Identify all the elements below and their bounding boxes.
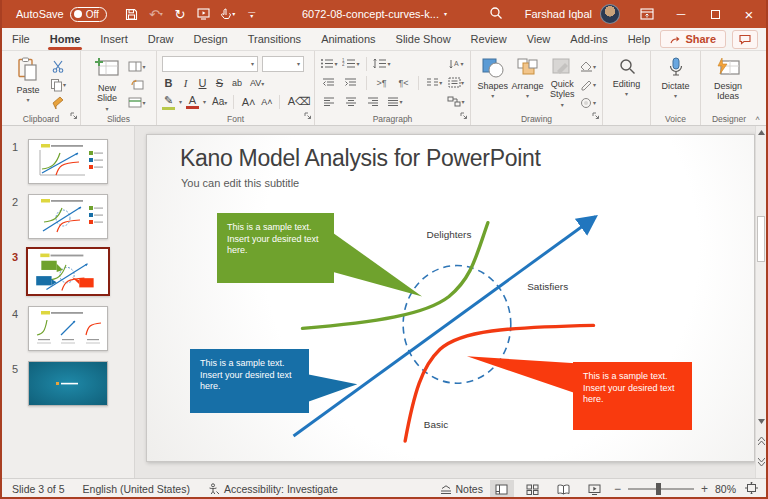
collapse-ribbon-icon[interactable]: ˄ xyxy=(755,114,760,123)
bold-button[interactable]: B xyxy=(162,77,175,89)
paragraph-dialog-launcher-icon[interactable] xyxy=(460,106,468,124)
delighters-label[interactable]: Delighters xyxy=(427,229,472,240)
shape-fill-icon[interactable]: ▾ xyxy=(579,59,597,74)
font-name-select[interactable]: ▾ xyxy=(162,56,258,72)
fit-slide-to-window-icon[interactable] xyxy=(745,482,758,496)
slideshow-view-button[interactable] xyxy=(583,480,607,499)
previous-slide-icon[interactable] xyxy=(758,431,765,449)
font-size-select[interactable]: ▾ xyxy=(262,56,304,72)
next-slide-icon[interactable] xyxy=(758,452,765,470)
tab-insert[interactable]: Insert xyxy=(90,28,138,50)
tab-home[interactable]: Home xyxy=(40,28,91,50)
text-direction-icon[interactable]: A▾ xyxy=(447,56,465,71)
numbering-icon[interactable]: 12▾ xyxy=(342,56,360,71)
text-shadow-button[interactable]: ab xyxy=(230,78,244,88)
tab-slide-show[interactable]: Slide Show xyxy=(386,28,461,50)
tab-animations[interactable]: Animations xyxy=(311,28,385,50)
red-callout[interactable]: This is a sample text. Insert your desir… xyxy=(573,362,692,430)
change-case-button[interactable]: Aa▾ xyxy=(210,96,227,107)
tab-design[interactable]: Design xyxy=(183,28,237,50)
green-callout[interactable]: This is a sample text. Insert your desir… xyxy=(217,213,334,283)
decrease-font-size-button[interactable]: A˄ xyxy=(259,97,273,107)
thumbnail-slide-2[interactable]: 2 xyxy=(2,194,134,239)
columns-icon[interactable]: ▾ xyxy=(425,75,443,90)
font-dialog-launcher-icon[interactable] xyxy=(304,106,312,124)
redo-icon[interactable]: ↻ xyxy=(169,4,191,24)
tab-transitions[interactable]: Transitions xyxy=(238,28,311,50)
underline-button[interactable]: U xyxy=(196,77,209,89)
zoom-in-button[interactable]: + xyxy=(701,482,708,496)
align-left-icon[interactable] xyxy=(320,94,338,109)
notes-button[interactable]: Notes xyxy=(440,483,483,495)
autosave-toggle[interactable]: Off xyxy=(70,7,107,22)
tab-draw[interactable]: Draw xyxy=(138,28,184,50)
new-slide-button[interactable]: New Slide ▾ xyxy=(86,55,128,112)
zoom-slider-thumb[interactable] xyxy=(656,483,661,495)
section-icon[interactable]: ▾ xyxy=(128,95,146,110)
slide-sorter-view-button[interactable] xyxy=(521,480,545,499)
slide-layout-icon[interactable]: ▾ xyxy=(128,59,146,74)
tab-help[interactable]: Help xyxy=(618,28,661,50)
align-center-icon[interactable] xyxy=(342,94,360,109)
search-icon[interactable] xyxy=(481,6,511,22)
save-icon[interactable] xyxy=(121,4,143,24)
thumbnail-slide-5[interactable]: 5 xyxy=(2,361,134,406)
language-status[interactable]: English (United States) xyxy=(83,483,190,495)
close-button[interactable]: × xyxy=(732,0,766,28)
copy-icon[interactable]: ▾ xyxy=(49,77,67,92)
dictate-button[interactable]: Dictate ▾ xyxy=(656,55,695,99)
shape-outline-icon[interactable]: ▾ xyxy=(579,77,597,92)
character-spacing-button[interactable]: AV▾ xyxy=(248,78,266,88)
title-dropdown-icon[interactable]: ▾ xyxy=(444,11,447,17)
maximize-button[interactable] xyxy=(698,0,732,28)
scroll-up-icon[interactable] xyxy=(756,126,766,139)
thumbnail-slide-3-selected[interactable]: 3 xyxy=(2,249,134,296)
vertical-scrollbar[interactable] xyxy=(755,126,766,478)
italic-button[interactable]: I xyxy=(179,77,192,89)
blue-callout[interactable]: This is a sample text. Insert your desir… xyxy=(190,349,309,413)
rtl-paragraph-icon[interactable]: ¶< xyxy=(395,75,413,90)
align-right-icon[interactable] xyxy=(364,94,382,109)
normal-view-button[interactable] xyxy=(490,480,514,499)
cut-icon[interactable] xyxy=(49,59,67,74)
thumbnail-slide-1[interactable]: 1 xyxy=(2,139,134,184)
ribbon-display-options-icon[interactable] xyxy=(630,0,664,28)
zoom-out-button[interactable]: − xyxy=(614,482,621,496)
comments-button[interactable] xyxy=(732,30,758,49)
increase-indent-icon[interactable] xyxy=(342,75,360,90)
start-slideshow-icon[interactable] xyxy=(193,4,215,24)
tab-view[interactable]: View xyxy=(517,28,561,50)
thumbnail-slide-4[interactable]: 4 xyxy=(2,306,134,351)
tab-add-ins[interactable]: Add-ins xyxy=(560,28,617,50)
reading-view-button[interactable] xyxy=(552,480,576,499)
scrollbar-thumb[interactable] xyxy=(757,216,765,262)
zoom-slider[interactable] xyxy=(628,488,694,490)
slide-canvas[interactable]: Kano Model Analysis for PowerPoint You c… xyxy=(146,134,755,462)
scroll-down-icon[interactable] xyxy=(758,410,765,428)
zoom-level[interactable]: 80% xyxy=(715,483,736,495)
undo-icon[interactable]: ↶▾ xyxy=(145,4,167,24)
design-ideas-button[interactable]: Design Ideas xyxy=(706,55,750,102)
increase-font-size-button[interactable]: A˄ xyxy=(240,96,256,108)
paste-button[interactable]: Paste ▾ xyxy=(7,55,49,103)
slide-indicator[interactable]: Slide 3 of 5 xyxy=(12,483,65,495)
minimize-button[interactable]: ─ xyxy=(664,0,698,28)
quick-styles-button[interactable]: Quick Styles ▾ xyxy=(545,55,579,108)
customize-qat-icon[interactable]: —▾ xyxy=(241,4,263,24)
touch-mouse-mode-icon[interactable]: ▾ xyxy=(217,4,239,24)
highlight-color-button[interactable]: ✎ xyxy=(162,94,175,110)
decrease-indent-icon[interactable] xyxy=(320,75,338,90)
avatar[interactable] xyxy=(600,4,620,24)
strikethrough-button[interactable]: S xyxy=(213,77,226,89)
ltr-paragraph-icon[interactable]: >¶ xyxy=(373,75,391,90)
align-text-icon[interactable]: ▾ xyxy=(447,75,465,90)
user-name[interactable]: Farshad Iqbal xyxy=(525,8,592,20)
reset-slide-icon[interactable] xyxy=(128,77,146,92)
editing-button[interactable]: Editing ▾ xyxy=(608,55,645,97)
satisfiers-label[interactable]: Satisfiers xyxy=(527,281,568,292)
clipboard-dialog-launcher-icon[interactable] xyxy=(70,106,78,124)
accessibility-status[interactable]: Accessibility: Investigate xyxy=(208,483,338,495)
bullets-icon[interactable]: ▾ xyxy=(320,56,338,71)
line-spacing-icon[interactable]: ▾ xyxy=(373,56,391,71)
tab-file[interactable]: File xyxy=(2,28,40,50)
